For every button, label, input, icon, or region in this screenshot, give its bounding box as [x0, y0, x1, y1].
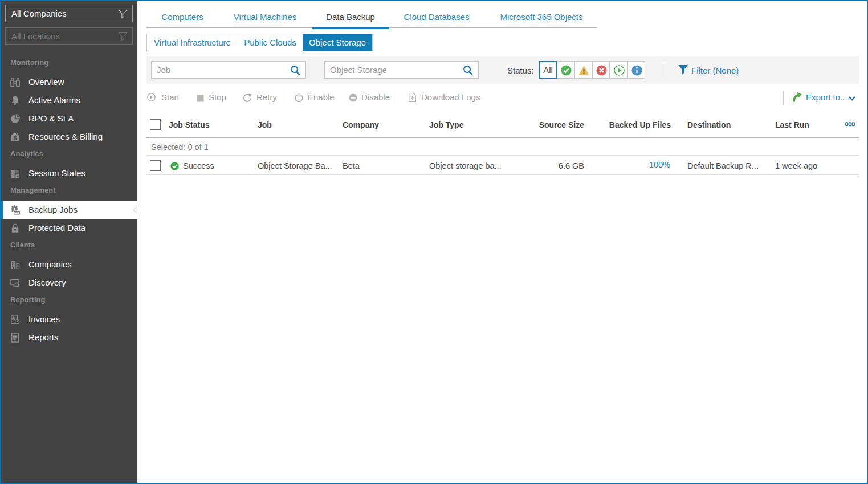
svg-text:$: $ — [14, 135, 17, 141]
svg-text:$: $ — [12, 315, 15, 322]
